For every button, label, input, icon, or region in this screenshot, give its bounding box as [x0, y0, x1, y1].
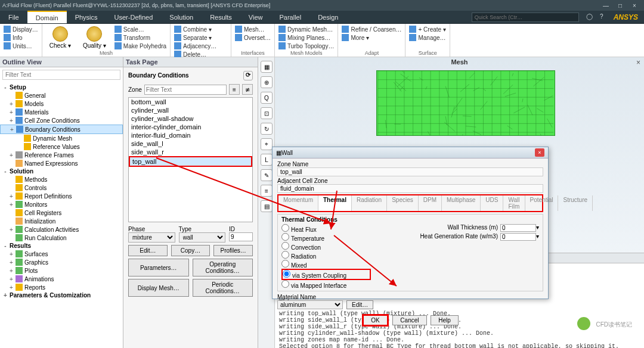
wall-dialog-tab[interactable]: Species: [387, 195, 419, 211]
display-mesh-button[interactable]: Display Mesh…: [128, 279, 189, 297]
tree-node[interactable]: +Surfaces: [0, 250, 123, 258]
zone-list-item[interactable]: interior-fluid_domain: [129, 131, 252, 139]
tree-expander-icon[interactable]: +: [8, 226, 14, 233]
maximize-button[interactable]: □: [613, 2, 627, 9]
menu-view[interactable]: View: [240, 11, 271, 23]
tree-expander-icon[interactable]: +: [8, 193, 14, 200]
material-select[interactable]: aluminum: [277, 300, 343, 309]
thermal-condition-option[interactable]: Mixed: [281, 260, 371, 269]
thermal-radio[interactable]: [281, 242, 289, 250]
tree-expander-icon[interactable]: +: [8, 117, 14, 124]
tree-node[interactable]: Dynamic Mesh: [0, 134, 123, 142]
wall-dialog-tab[interactable]: UDS: [481, 195, 503, 211]
tree-node[interactable]: General: [0, 91, 123, 100]
tree-node[interactable]: Initialization: [0, 217, 123, 225]
ribbon-button[interactable]: Mesh…: [235, 25, 271, 33]
menu-solution[interactable]: Solution: [161, 11, 202, 23]
tree-expander-icon[interactable]: +: [2, 292, 8, 299]
graphics-tool-icon[interactable]: L: [261, 154, 273, 166]
menu-design[interactable]: Design: [309, 11, 346, 23]
zone-list-item[interactable]: interior-cylinder_domain: [129, 123, 252, 131]
heat-gen-input[interactable]: [500, 233, 536, 241]
tree-node[interactable]: Reference Values: [0, 142, 123, 151]
zone-list-item[interactable]: side_wall_r: [129, 148, 252, 156]
wall-dialog-tab[interactable]: Momentum: [278, 195, 318, 211]
thermal-condition-option[interactable]: Radiation: [281, 251, 371, 260]
menu-domain[interactable]: Domain: [27, 11, 67, 23]
tree-expander-icon[interactable]: +: [8, 284, 14, 291]
menu-user-defined[interactable]: User-Defined: [106, 11, 162, 23]
copy-button[interactable]: Copy…: [171, 245, 210, 256]
tree-node[interactable]: +Cell Zone Conditions: [0, 116, 123, 125]
graphics-tool-icon[interactable]: ⊡: [261, 107, 273, 119]
thermal-radio[interactable]: [281, 260, 289, 268]
ribbon-button[interactable]: Combine ▾: [174, 25, 227, 33]
ribbon-button[interactable]: Dynamic Mesh…: [278, 25, 334, 33]
ribbon-button[interactable]: Turbo Topology…: [278, 42, 334, 50]
tree-expander-icon[interactable]: +: [8, 268, 14, 274]
zone-list-item[interactable]: side_wall_l: [129, 139, 252, 148]
ribbon-button[interactable]: Separate ▾: [174, 33, 227, 42]
tree-node[interactable]: +Reports: [0, 283, 123, 291]
tree-node[interactable]: +Calculation Activities: [0, 225, 123, 234]
outline-tree[interactable]: -SetupGeneral+Models+Materials+Cell Zone…: [0, 82, 123, 348]
wall-dialog-tab[interactable]: Radiation: [352, 195, 387, 211]
profiles-button[interactable]: Profiles…: [213, 245, 253, 256]
graphics-tool-icon[interactable]: ▤: [261, 200, 273, 212]
tree-expander-icon[interactable]: +: [8, 276, 14, 282]
cancel-button[interactable]: Cancel: [392, 315, 426, 325]
tree-node[interactable]: -Solution: [0, 167, 123, 175]
id-field[interactable]: [229, 232, 253, 241]
graphics-tool-icon[interactable]: ⌖: [261, 138, 273, 150]
outline-filter-input[interactable]: [2, 70, 120, 80]
periodic-conditions-button[interactable]: Periodic Conditions…: [193, 279, 253, 297]
tree-node[interactable]: +Materials: [0, 108, 123, 116]
type-select[interactable]: wall: [179, 232, 226, 243]
ribbon-button[interactable]: Adjacency…: [174, 42, 227, 50]
phase-select[interactable]: mixture: [128, 232, 175, 243]
thermal-radio[interactable]: [281, 233, 289, 241]
quick-search-input[interactable]: [472, 13, 579, 22]
refresh-icon[interactable]: ⟳: [243, 71, 253, 80]
graphics-tool-icon[interactable]: ▦: [261, 61, 273, 73]
thermal-condition-option[interactable]: Convection: [281, 242, 371, 251]
wall-dialog-tab[interactable]: DPM: [419, 195, 442, 211]
tree-node[interactable]: Controls: [0, 184, 123, 192]
wall-dialog-tab[interactable]: Potential: [525, 195, 559, 211]
thermal-radio[interactable]: [283, 270, 290, 278]
graphics-tool-icon[interactable]: ↻: [261, 123, 273, 135]
wall-thickness-input[interactable]: [500, 224, 536, 232]
operating-conditions-button[interactable]: Operating Conditions…: [193, 259, 253, 276]
tree-expander-icon[interactable]: +: [9, 126, 15, 133]
zone-filter-input[interactable]: [144, 85, 227, 95]
graphics-tool-icon[interactable]: ✎: [261, 169, 273, 181]
tree-expander-icon[interactable]: +: [8, 251, 14, 257]
minimize-button[interactable]: —: [599, 2, 613, 9]
tree-node[interactable]: -Results: [0, 242, 123, 250]
tree-expander-icon[interactable]: +: [8, 101, 14, 107]
zone-name-field[interactable]: top_wall: [277, 167, 543, 176]
menu-file[interactable]: File: [0, 11, 27, 23]
tree-expander-icon[interactable]: +: [8, 259, 14, 266]
ribbon-button[interactable]: Display…: [4, 25, 38, 33]
tree-node[interactable]: Run Calculation: [0, 234, 123, 242]
tree-node[interactable]: +Boundary Conditions: [0, 125, 123, 134]
parameters-button[interactable]: Parameters…: [128, 259, 189, 276]
ribbon-button[interactable]: + Create ▾: [409, 25, 445, 33]
menu-results[interactable]: Results: [202, 11, 240, 23]
ribbon-button[interactable]: Refine / Coarsen…: [342, 25, 401, 33]
graphics-tool-icon[interactable]: Q: [261, 92, 273, 104]
zone-list-item[interactable]: cylinder_wall: [129, 106, 252, 114]
ribbon-button[interactable]: Scale…: [114, 25, 166, 33]
zone-list-item[interactable]: top_wall: [129, 156, 252, 167]
user-icon[interactable]: ◯: [584, 11, 596, 23]
thermal-radio[interactable]: [281, 224, 289, 232]
thermal-condition-option[interactable]: Heat Flux: [281, 224, 371, 233]
edit-button[interactable]: Edit…: [128, 245, 168, 256]
wall-dialog-tab[interactable]: Structure: [558, 195, 593, 211]
graphics-tool-icon[interactable]: ≡: [261, 185, 273, 197]
tree-node[interactable]: Methods: [0, 175, 123, 184]
ok-button[interactable]: OK: [362, 314, 388, 327]
tree-expander-icon[interactable]: +: [8, 201, 14, 208]
thermal-condition-option[interactable]: via Mapped Interface: [281, 280, 371, 289]
